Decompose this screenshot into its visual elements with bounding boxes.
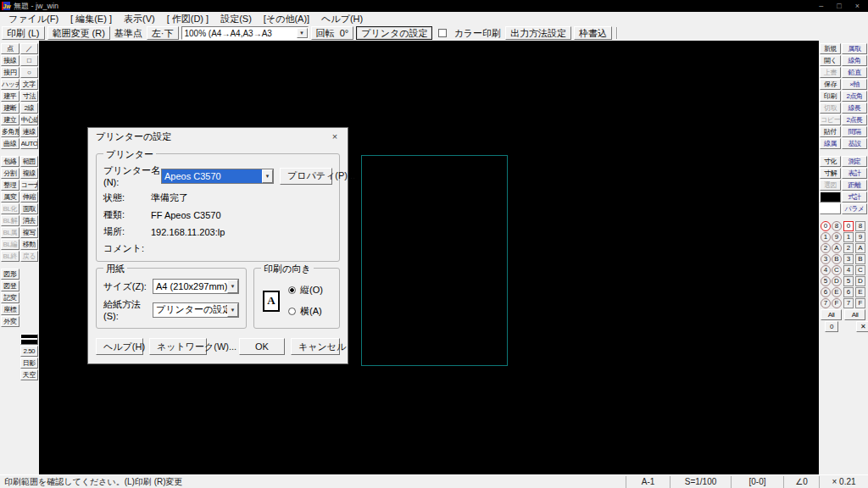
left-tool-button[interactable]: □ xyxy=(20,55,39,66)
properties-button[interactable]: プロパティ(P)... xyxy=(280,168,332,185)
left-tool-button[interactable]: 複写 xyxy=(20,227,39,238)
right-tool-button[interactable]: 距離 xyxy=(842,180,867,191)
right-tool-button[interactable]: 新規 xyxy=(820,43,841,54)
layer-group-button[interactable]: B xyxy=(855,254,865,264)
minimize-button[interactable]: – xyxy=(819,2,823,10)
print-button[interactable]: 印刷 (L) xyxy=(2,26,45,40)
layer-button[interactable]: 3 xyxy=(821,254,831,264)
layer-group-button[interactable]: 3 xyxy=(843,254,854,264)
right-tool-button[interactable]: 切取 xyxy=(820,103,841,114)
left-tool-button[interactable]: 曲線 xyxy=(1,138,19,149)
left-tool-button[interactable]: 建断 xyxy=(1,103,19,114)
layer-group-button[interactable]: A xyxy=(855,243,865,253)
left-tool-button[interactable]: ／ xyxy=(20,43,39,54)
left-tool-button[interactable]: 包絡 xyxy=(1,156,19,167)
left-tool-button[interactable]: BL化 xyxy=(1,203,19,214)
print-zoom-select[interactable]: 100% (A4→A4,A3→A3 ▼ xyxy=(181,26,309,40)
layer-button[interactable]: E xyxy=(832,287,842,297)
menu-item[interactable]: ヘルプ(H) xyxy=(315,13,369,25)
layer-group-button[interactable]: D xyxy=(855,276,865,286)
left-tool-button[interactable] xyxy=(20,334,39,345)
left-tool-button[interactable]: コーナー xyxy=(20,180,39,191)
network-button[interactable]: ネットワーク(W)... xyxy=(149,338,207,355)
right-tool-button[interactable]: 測定 xyxy=(842,156,867,167)
ok-button[interactable]: OK xyxy=(239,338,285,355)
layer-group-button[interactable]: 8 xyxy=(855,221,865,231)
menu-item[interactable]: [その他(A)] xyxy=(258,13,315,25)
left-tool-button[interactable]: BL解 xyxy=(1,215,19,226)
left-tool-button[interactable]: 点 xyxy=(1,43,19,54)
left-tool-button[interactable]: 中心線 xyxy=(20,114,39,125)
layer-group-button[interactable]: C xyxy=(855,265,865,275)
left-tool-button[interactable]: 日影 xyxy=(20,358,39,369)
left-tool-button[interactable]: 記変 xyxy=(1,292,19,303)
printer-settings-button[interactable]: プリンタの設定 xyxy=(356,26,432,40)
left-tool-button[interactable]: 図登 xyxy=(1,280,19,291)
layer-cross-button[interactable]: ✕ xyxy=(856,321,868,332)
layer-group-all-button[interactable]: All xyxy=(844,309,865,320)
paper-source-select[interactable]: プリンターの設定に従う ▼ xyxy=(153,302,239,318)
left-tool-button[interactable]: 移動 xyxy=(20,239,39,250)
right-tool-button[interactable]: 間隔 xyxy=(842,126,867,137)
menu-item[interactable]: 設定(S) xyxy=(214,13,258,25)
dialog-close-icon[interactable]: × xyxy=(322,128,348,145)
left-tool-button[interactable]: 伸縮 xyxy=(20,191,39,202)
base-point-button[interactable]: 左·下 xyxy=(147,26,179,40)
layer-group-button[interactable]: F xyxy=(855,298,865,308)
layer-group-button[interactable]: E xyxy=(855,287,865,297)
right-tool-button[interactable]: 寸化 xyxy=(820,156,841,167)
right-tool-button[interactable]: 2点長 xyxy=(842,114,867,125)
right-tool-button[interactable]: 線角 xyxy=(842,55,867,66)
layer-group-button[interactable]: 9 xyxy=(855,232,865,242)
layer-button[interactable]: F xyxy=(832,298,842,308)
left-tool-button[interactable]: 天空 xyxy=(20,369,39,380)
status-layer[interactable]: [0-0] xyxy=(731,476,783,488)
layer-button[interactable]: 0 xyxy=(821,221,831,231)
right-tool-button[interactable]: コピー xyxy=(820,114,841,125)
layer-all-button[interactable]: All xyxy=(821,309,842,320)
layer-button[interactable]: C xyxy=(832,265,842,275)
menu-item[interactable]: ファイル(F) xyxy=(3,13,64,25)
right-tool-button[interactable]: 属取 xyxy=(842,43,867,54)
right-tool-button[interactable]: 上書 xyxy=(820,67,841,78)
left-tool-button[interactable]: 範囲 xyxy=(20,156,39,167)
chevron-down-icon[interactable]: ▼ xyxy=(227,303,238,317)
left-tool-button[interactable]: AUTO xyxy=(20,138,39,149)
right-tool-button[interactable]: 選図 xyxy=(820,180,841,191)
right-tool-button[interactable]: 線長 xyxy=(842,103,867,114)
right-tool-button[interactable]: パラメ xyxy=(842,203,867,214)
left-tool-button[interactable]: 消去 xyxy=(20,215,39,226)
left-tool-button[interactable]: 寸法 xyxy=(20,91,39,102)
menu-item[interactable]: [ 編集(E) ] xyxy=(64,13,118,25)
left-tool-button[interactable]: BL属 xyxy=(1,227,19,238)
layer-button[interactable]: B xyxy=(832,254,842,264)
range-change-button[interactable]: 範囲変更 (R) xyxy=(47,26,110,40)
status-scale[interactable]: S=1/100 xyxy=(670,476,731,488)
layer-button[interactable]: 5 xyxy=(821,276,831,286)
right-tool-button[interactable]: 表計 xyxy=(842,168,867,179)
layer-group-button[interactable]: 6 xyxy=(843,287,854,297)
layer-button[interactable]: 8 xyxy=(832,221,842,231)
left-tool-button[interactable]: 図形 xyxy=(1,269,19,280)
right-tool-button[interactable]: 鉛直 xyxy=(842,67,867,78)
landscape-radio[interactable]: 横(A) xyxy=(288,305,323,318)
right-tool-button[interactable]: 2点角 xyxy=(842,91,867,102)
left-tool-button[interactable]: 文字 xyxy=(20,79,39,90)
right-tool-button[interactable]: 式計 xyxy=(842,191,867,202)
right-tool-button[interactable]: 保存 xyxy=(820,79,841,90)
left-tool-button[interactable]: ○ xyxy=(20,67,39,78)
left-tool-button[interactable]: 接線 xyxy=(1,55,19,66)
layer-zero-button[interactable]: 0 xyxy=(825,321,838,332)
chevron-down-icon[interactable]: ▼ xyxy=(262,169,273,183)
left-tool-button[interactable]: 属変 xyxy=(1,191,19,202)
left-tool-button[interactable]: 2線 xyxy=(20,103,39,114)
right-tool-button[interactable]: 貼付 xyxy=(820,126,841,137)
left-tool-button[interactable]: 整理 xyxy=(1,180,19,191)
menu-item[interactable]: 表示(V) xyxy=(118,13,161,25)
cancel-button[interactable]: キャンセル xyxy=(291,338,340,355)
rotate-button[interactable]: 回転 0° xyxy=(311,26,354,40)
left-tool-button[interactable]: BL終 xyxy=(1,251,19,262)
right-tool-button[interactable]: 線属 xyxy=(820,138,841,149)
left-tool-button[interactable]: 多角形 xyxy=(1,126,19,137)
color-print-checkbox[interactable] xyxy=(438,29,447,37)
